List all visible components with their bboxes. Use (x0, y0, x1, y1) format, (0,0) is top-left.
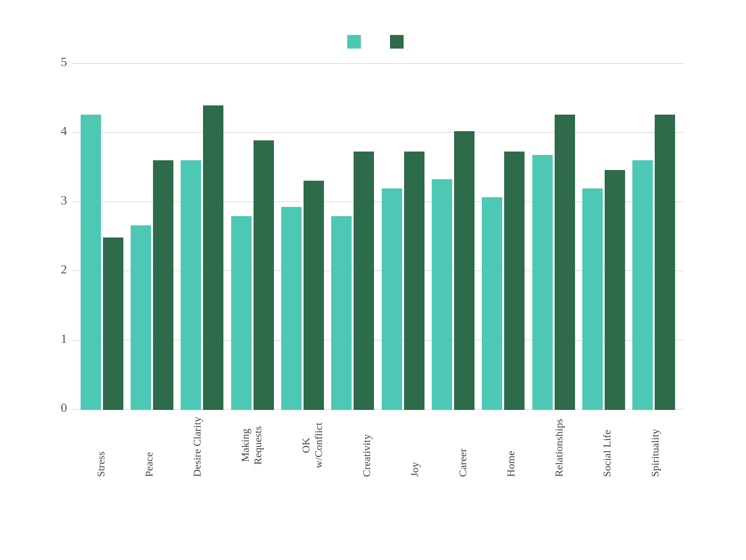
bar-before-9 (532, 155, 553, 409)
x-label-6: Joy (408, 414, 421, 477)
bar-group-inner-0 (81, 115, 123, 410)
bar-group-4 (281, 181, 324, 409)
x-label-9: Relationships (553, 414, 565, 477)
bar-after-9 (555, 115, 575, 410)
bar-before-5 (331, 216, 352, 409)
bar-group-11 (632, 115, 675, 410)
bar-group-0 (81, 115, 123, 410)
x-axis-labels: StressPeaceDesire ClarityMaking Requests… (72, 414, 684, 477)
bar-before-3 (231, 216, 252, 409)
bar-after-3 (254, 140, 274, 410)
chart-wrapper: 543210 StressPeaceDesire ClarityMaking R… (33, 25, 713, 535)
bar-before-2 (181, 160, 201, 410)
y-label-1: 1 (45, 332, 67, 346)
bar-after-7 (454, 131, 475, 409)
bar-group-2 (181, 105, 223, 409)
bar-before-4 (281, 207, 302, 410)
bar-before-11 (632, 160, 653, 410)
bar-after-2 (203, 105, 223, 409)
y-label-4: 4 (45, 124, 67, 138)
bar-group-inner-3 (231, 140, 274, 410)
bar-group-inner-9 (532, 115, 575, 410)
bar-group-6 (382, 152, 424, 410)
bar-before-0 (81, 115, 101, 410)
y-label-2: 2 (45, 262, 67, 277)
bar-after-6 (404, 152, 424, 410)
after-swatch (390, 35, 404, 49)
before-swatch (347, 35, 361, 49)
legend-before (347, 35, 366, 49)
x-label-1: Peace (143, 414, 155, 477)
bar-group-inner-10 (582, 170, 625, 410)
bar-group-inner-4 (281, 181, 324, 409)
bar-group-5 (331, 152, 374, 410)
bar-group-inner-7 (432, 131, 475, 409)
bar-group-8 (482, 152, 525, 410)
bar-after-8 (504, 152, 525, 410)
bar-group-7 (432, 131, 475, 409)
x-label-7: Career (457, 414, 469, 477)
bar-group-inner-6 (382, 152, 424, 410)
bar-group-inner-2 (181, 105, 223, 409)
bar-group-inner-8 (482, 152, 525, 410)
bar-group-inner-5 (331, 152, 374, 410)
x-label-5: Creativity (360, 414, 373, 477)
y-label-0: 0 (45, 401, 67, 415)
bar-before-1 (131, 225, 151, 410)
y-label-5: 5 (45, 55, 67, 69)
y-label-3: 3 (45, 193, 67, 208)
chart-area: 543210 (72, 63, 684, 410)
legend-after (390, 35, 408, 49)
x-label-0: Stress (95, 414, 107, 477)
bar-after-1 (153, 160, 173, 410)
bar-group-3 (231, 140, 274, 410)
bar-group-10 (582, 170, 625, 410)
bar-before-10 (582, 188, 603, 410)
x-label-11: Spirituality (649, 414, 661, 477)
bar-group-1 (131, 160, 173, 410)
bar-before-6 (382, 188, 402, 410)
bar-before-8 (482, 197, 502, 410)
bar-after-4 (304, 181, 324, 409)
x-label-3: Making Requests (239, 414, 264, 477)
bar-after-11 (655, 115, 675, 410)
x-label-4: OK w/Conflict (300, 414, 325, 477)
bar-group-9 (532, 115, 575, 410)
legend (72, 35, 684, 49)
x-label-2: Desire Clarity (191, 414, 203, 477)
bars-container (72, 63, 684, 410)
bar-before-7 (432, 179, 452, 409)
x-label-8: Home (505, 414, 517, 477)
bar-after-10 (605, 170, 625, 410)
bar-after-5 (354, 152, 374, 410)
bar-group-inner-1 (131, 160, 173, 410)
bar-group-inner-11 (632, 115, 675, 410)
bar-after-0 (103, 238, 123, 409)
x-label-10: Social Life (601, 414, 613, 477)
